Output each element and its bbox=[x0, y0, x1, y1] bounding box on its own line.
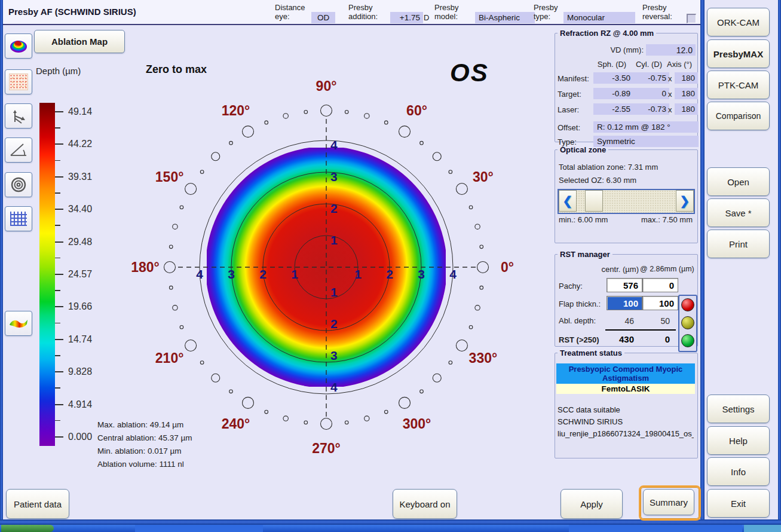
print-button[interactable]: Print bbox=[707, 230, 770, 258]
presby-reversal-checkbox[interactable] bbox=[687, 14, 696, 23]
colorbar-tick-label: 4.914 bbox=[68, 399, 92, 410]
svg-text:4: 4 bbox=[196, 267, 203, 281]
target-label: Target: bbox=[558, 90, 581, 99]
svg-text:1: 1 bbox=[330, 285, 338, 299]
save-button[interactable]: Save * bbox=[707, 198, 770, 227]
sidebar-item-vectors[interactable] bbox=[5, 103, 32, 129]
settings-button[interactable]: Settings bbox=[707, 395, 770, 423]
svg-text:120°: 120° bbox=[222, 103, 250, 118]
patient-data-button[interactable]: Patient data bbox=[6, 489, 69, 519]
colorbar-major-tick bbox=[55, 371, 63, 372]
svg-text:270°: 270° bbox=[312, 441, 341, 456]
optical-zone-panel: Optical zone Total ablation zone: 7.31 m… bbox=[555, 145, 698, 243]
pachy-centr-input[interactable]: 576 bbox=[607, 278, 642, 292]
target-cyl[interactable]: 0 bbox=[633, 88, 669, 99]
svg-text:4: 4 bbox=[449, 267, 457, 281]
oz-slider-thumb[interactable] bbox=[585, 190, 603, 212]
apply-button[interactable]: Apply bbox=[561, 489, 623, 519]
taskbar bbox=[0, 525, 781, 532]
presby-model-label: Presbymodel: bbox=[434, 3, 458, 21]
manifest-sph[interactable]: -3.50 bbox=[593, 72, 633, 84]
colorbar-tick-label: 29.48 bbox=[68, 237, 92, 247]
comparison-button[interactable]: Comparison bbox=[707, 102, 770, 130]
presby-model-value[interactable]: Bi-Aspheric bbox=[475, 12, 535, 23]
oz-slider-left-arrow[interactable]: ❮ bbox=[559, 190, 577, 212]
target-sph[interactable]: -0.89 bbox=[593, 88, 633, 99]
sidebar-item-surface-wave[interactable] bbox=[5, 311, 32, 336]
pachy-2mm-input[interactable]: 0 bbox=[642, 278, 678, 292]
svg-text:180°: 180° bbox=[131, 259, 160, 275]
exit-button[interactable]: Exit bbox=[707, 489, 770, 518]
colorbar-tick-label: 34.40 bbox=[68, 204, 92, 215]
vd-label: VD (mm): bbox=[590, 45, 644, 54]
taskbar-segment bbox=[744, 525, 781, 532]
sidebar-item-concentric-circles[interactable] bbox=[5, 172, 32, 197]
optical-zone-title: Optical zone bbox=[558, 145, 608, 154]
ablation-map-view-button[interactable]: Ablation Map bbox=[34, 30, 125, 53]
svg-text:3: 3 bbox=[330, 348, 338, 362]
svg-text:90°: 90° bbox=[316, 78, 337, 94]
info-button[interactable]: Info bbox=[707, 457, 770, 486]
concentric-circles-icon bbox=[10, 176, 27, 193]
laser-sph[interactable]: -2.55 bbox=[593, 103, 633, 115]
rst-manager-title: RST manager bbox=[558, 250, 612, 259]
vector-arrows-icon bbox=[10, 108, 27, 124]
rst-col2-header: @ 2.86mm (µm) bbox=[640, 265, 697, 273]
colorbar-minor-tick bbox=[55, 290, 60, 291]
laser-cyl[interactable]: -0.73 bbox=[633, 103, 669, 115]
presby-type-label: Presbytype: bbox=[534, 3, 558, 21]
colorbar-tick-label: 39.31 bbox=[68, 172, 92, 182]
target-axis[interactable]: 180 bbox=[675, 88, 698, 99]
ptk-cam-button[interactable]: PTK-CAM bbox=[707, 71, 770, 99]
keyboard-on-button[interactable]: Keyboard on bbox=[393, 489, 457, 519]
oz-slider-right-arrow[interactable]: ❯ bbox=[676, 190, 694, 212]
presbymax-button[interactable]: PresbyMAX bbox=[707, 39, 770, 68]
laser-axis[interactable]: 180 bbox=[675, 103, 698, 115]
polar-ablation-plot: 11112222333344440°30°60°90°120°150°180°2… bbox=[108, 53, 550, 471]
window-border-right bbox=[778, 0, 781, 525]
treatment-line-device: SCHWIND SIRIUS bbox=[558, 417, 694, 426]
traffic-light-green bbox=[681, 334, 694, 347]
colorbar-tick-label: 9.828 bbox=[68, 366, 92, 377]
vd-value[interactable]: 12.0 bbox=[646, 44, 696, 56]
flap-centr-input[interactable]: 100 bbox=[607, 296, 642, 310]
colorbar-major-tick bbox=[55, 436, 63, 438]
presby-type-value[interactable]: Monocular bbox=[563, 12, 635, 23]
svg-text:210°: 210° bbox=[155, 350, 184, 366]
open-button[interactable]: Open bbox=[707, 167, 770, 196]
manifest-cyl[interactable]: -0.75 bbox=[633, 72, 669, 84]
sidebar-item-grid[interactable] bbox=[5, 206, 32, 231]
svg-text:300°: 300° bbox=[403, 416, 431, 432]
sidebar-item-ablation-map[interactable] bbox=[5, 33, 32, 59]
chevron-left-icon: ❮ bbox=[563, 194, 573, 208]
presby-addition-value[interactable]: +1.75 bbox=[390, 12, 423, 23]
help-button[interactable]: Help bbox=[707, 426, 770, 455]
ork-cam-button[interactable]: ORK-CAM bbox=[707, 8, 770, 36]
svg-text:2: 2 bbox=[330, 317, 338, 331]
distance-eye-value[interactable]: OD bbox=[311, 12, 335, 23]
col-header-axis: Axis (°) bbox=[663, 60, 696, 69]
svg-text:2: 2 bbox=[259, 267, 267, 281]
colorbar-major-tick bbox=[55, 339, 63, 340]
svg-text:60°: 60° bbox=[406, 103, 427, 118]
oz-max: max.: 7.50 mm bbox=[629, 215, 693, 224]
oz-slider[interactable]: ❮ ❯ bbox=[558, 189, 695, 214]
flap-label: Flap thickn.: bbox=[559, 299, 601, 308]
abl-depth-centr: 46 bbox=[607, 316, 634, 326]
rst-2mm: 0 bbox=[642, 334, 670, 344]
window-border-left bbox=[0, 0, 3, 525]
application-window: Presby AF (SCHWIND SIRIUS) Distanceeye: … bbox=[0, 0, 781, 532]
manifest-axis[interactable]: 180 bbox=[675, 72, 698, 84]
flap-2mm-input[interactable]: 100 bbox=[642, 296, 678, 310]
sidebar-item-angle[interactable] bbox=[5, 137, 32, 163]
treatment-type-banner: Presbyopic Compound Myopic Astigmatism bbox=[556, 363, 695, 384]
svg-text:3: 3 bbox=[418, 267, 425, 281]
manifest-label: Manifest: bbox=[558, 74, 589, 83]
summary-button[interactable]: Summary bbox=[643, 489, 694, 515]
svg-text:2: 2 bbox=[386, 267, 393, 281]
colorbar-major-tick bbox=[55, 274, 63, 275]
grid-icon bbox=[10, 212, 27, 226]
treatment-line-scc: SCC data suitable bbox=[558, 405, 694, 414]
colorbar-minor-tick bbox=[55, 225, 60, 226]
sidebar-item-stipple-map[interactable] bbox=[5, 69, 32, 94]
